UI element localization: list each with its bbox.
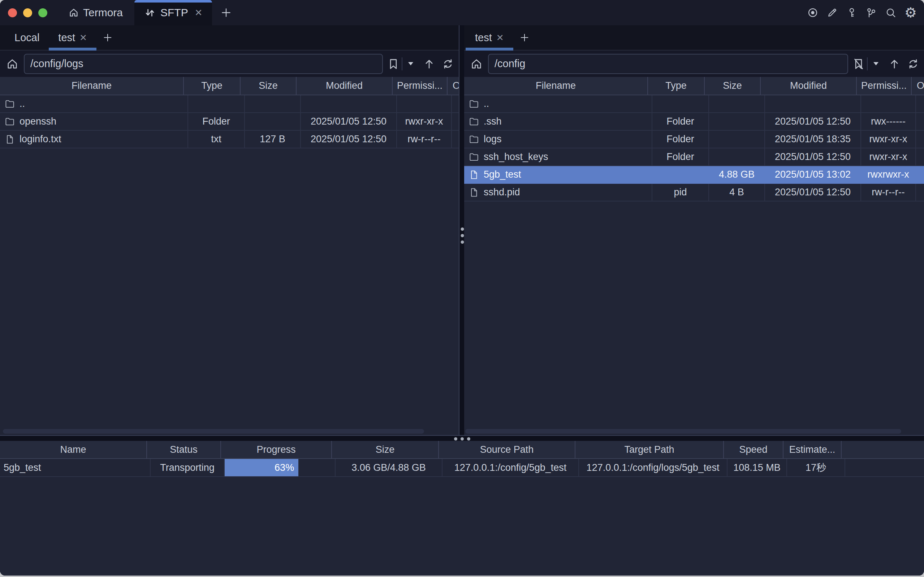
transfer-column-header-progress[interactable]: Progress — [221, 441, 332, 458]
size-cell: 3.06 GB/4.88 GB — [335, 459, 442, 476]
tab-test[interactable]: test✕ — [466, 25, 513, 50]
close-tab-icon[interactable]: ✕ — [195, 7, 203, 18]
column-header-size[interactable]: Size — [705, 77, 761, 95]
horizontal-scrollbar[interactable] — [465, 429, 901, 434]
source-path-cell: 127.0.0.1:/config/5gb_test — [442, 459, 579, 476]
owner-cell — [916, 113, 924, 130]
column-header-type[interactable]: Type — [184, 77, 240, 95]
transfers-header: NameStatusProgressSizeSource PathTarget … — [0, 441, 924, 459]
divider — [867, 57, 868, 71]
edit-icon[interactable] — [826, 7, 838, 18]
column-header-filename[interactable]: Filename — [464, 77, 648, 95]
column-header-filename[interactable]: Filename — [0, 77, 184, 95]
column-header-modified[interactable]: Modified — [297, 77, 393, 95]
permissions-cell: rwxrwxr-x — [861, 166, 916, 183]
folder-icon — [469, 98, 479, 110]
column-header-size[interactable]: Size — [240, 77, 297, 95]
file-row[interactable]: .. — [464, 95, 924, 113]
bookmark-dropdown-icon[interactable] — [408, 62, 413, 65]
file-row[interactable]: sshd.pidpid4 B2025/01/05 12:50rw-r--r-- — [464, 184, 924, 201]
transfer-column-header-targetpath[interactable]: Target Path — [576, 441, 724, 458]
right-file-table-header: FilenameTypeSizeModifiedPermissi...Ow — [464, 77, 924, 95]
left-file-table: FilenameTypeSizeModifiedPermissi...Ow ..… — [0, 77, 459, 148]
transfer-column-header-sourcepath[interactable]: Source Path — [439, 441, 576, 458]
size-cell — [709, 95, 765, 112]
path-input[interactable] — [488, 54, 848, 74]
file-row[interactable]: .sshFolder2025/01/05 12:50rwx------ — [464, 113, 924, 131]
new-tab-button[interactable] — [220, 0, 232, 25]
transfers-panel: NameStatusProgressSizeSource PathTarget … — [0, 441, 924, 575]
transfer-column-header-name[interactable]: Name — [0, 441, 147, 458]
tab-label: test — [475, 32, 492, 44]
file-row[interactable]: loginfo.txttxt127 B2025/01/05 12:50rw-r-… — [0, 131, 459, 148]
transfer-column-header-size[interactable]: Size — [332, 441, 439, 458]
filename-label: 5gb_test — [484, 169, 521, 180]
new-pane-tab-button[interactable] — [513, 25, 536, 50]
filename-label: .. — [19, 98, 25, 110]
column-header-modified[interactable]: Modified — [761, 77, 857, 95]
permissions-cell — [397, 95, 452, 112]
size-cell: 4 B — [709, 184, 765, 201]
home-icon[interactable] — [470, 57, 483, 71]
owner-cell — [916, 184, 924, 201]
close-window-button[interactable] — [8, 8, 17, 17]
column-header-ow[interactable]: Ow — [912, 77, 924, 95]
speed-cell: 108.15 MB — [727, 459, 787, 476]
tab-local[interactable]: Local — [5, 25, 49, 50]
parent-directory-icon[interactable] — [422, 57, 435, 71]
parent-directory-icon[interactable] — [888, 57, 901, 71]
transfer-column-header-estimate[interactable]: Estimate... — [784, 441, 842, 458]
home-icon[interactable] — [6, 57, 19, 71]
modified-cell: 2025/01/05 12:50 — [301, 113, 397, 130]
close-tab-icon[interactable]: ✕ — [496, 32, 504, 43]
size-cell: 4.88 GB — [709, 166, 765, 183]
bookmark-slash-icon[interactable] — [852, 57, 866, 71]
filename-cell: logs — [464, 131, 652, 148]
settings-icon[interactable]: ⚙ — [905, 7, 916, 18]
file-row[interactable]: 5gb_test4.88 GB2025/01/05 13:02rwxrwxr-x — [464, 166, 924, 184]
zoom-window-button[interactable] — [38, 8, 47, 17]
file-row[interactable]: ssh_host_keysFolder2025/01/05 12:50rwxr-… — [464, 148, 924, 166]
dual-pane-area: Localtest✕ — [0, 25, 924, 435]
splitter-grip-icon — [461, 227, 464, 244]
bookmark-icon[interactable] — [387, 57, 400, 71]
file-row[interactable]: logsFolder2025/01/05 18:35rwxr-xr-x — [464, 131, 924, 148]
bookmark-dropdown-icon[interactable] — [873, 62, 879, 65]
permissions-cell: rw-r--r-- — [861, 184, 916, 201]
key-icon[interactable] — [846, 7, 858, 18]
file-row[interactable]: opensshFolder2025/01/05 12:50rwxr-xr-x — [0, 113, 459, 131]
tab-test[interactable]: test✕ — [49, 25, 97, 50]
close-tab-icon[interactable]: ✕ — [79, 32, 87, 43]
right-path-tools — [852, 57, 920, 71]
filename-cell: loginfo.txt — [0, 131, 188, 148]
refresh-icon[interactable] — [907, 57, 920, 71]
tab-sftp[interactable]: SFTP ✕ — [134, 0, 212, 25]
tab-termora-home[interactable]: Termora — [66, 0, 125, 25]
search-icon[interactable] — [885, 7, 897, 18]
owner-cell — [916, 148, 924, 165]
folder-icon — [4, 98, 15, 110]
transfer-column-header-speed[interactable]: Speed — [724, 441, 784, 458]
keychain-icon[interactable] — [866, 7, 877, 18]
file-row[interactable]: .. — [0, 95, 459, 113]
modified-cell: 2025/01/05 12:50 — [765, 148, 861, 165]
size-cell — [709, 148, 765, 165]
transfer-row[interactable]: 5gb_testTransporting63%3.06 GB/4.88 GB12… — [0, 459, 924, 477]
column-header-ow[interactable]: Ow — [448, 77, 459, 95]
column-header-permissi[interactable]: Permissi... — [393, 77, 448, 95]
refresh-icon[interactable] — [442, 57, 455, 71]
local-pane: Localtest✕ — [0, 25, 459, 435]
modified-cell: 2025/01/05 12:50 — [301, 131, 397, 148]
minimize-window-button[interactable] — [23, 8, 32, 17]
horizontal-scrollbar[interactable] — [3, 429, 424, 434]
path-input[interactable] — [24, 54, 383, 74]
column-header-permissi[interactable]: Permissi... — [857, 77, 912, 95]
file-icon — [4, 134, 15, 145]
tab-label: test — [58, 32, 75, 44]
type-cell — [188, 95, 245, 112]
size-cell — [245, 113, 301, 130]
record-icon[interactable] — [807, 7, 819, 18]
column-header-type[interactable]: Type — [648, 77, 705, 95]
transfer-column-header-status[interactable]: Status — [147, 441, 221, 458]
new-pane-tab-button[interactable] — [97, 25, 119, 50]
